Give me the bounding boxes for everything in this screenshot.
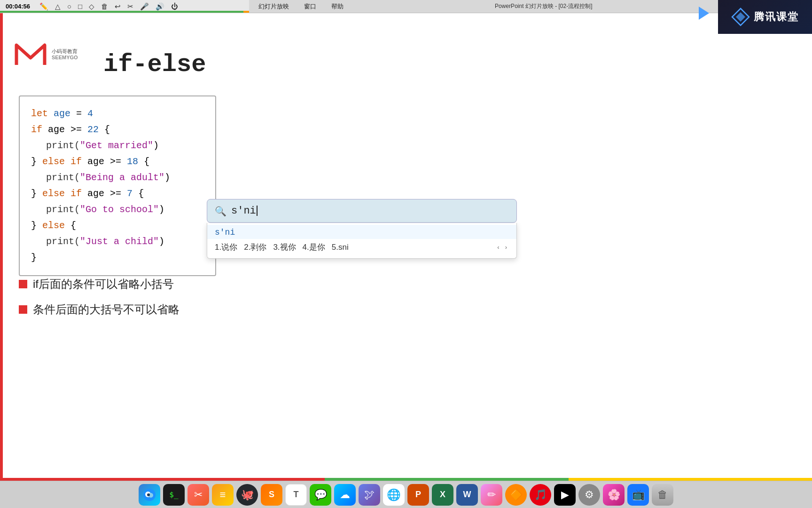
square-icon[interactable]: □ xyxy=(78,2,82,10)
menu-window[interactable]: 窗口 xyxy=(300,0,320,13)
func-print4: print( xyxy=(46,236,80,247)
num-22: 22 xyxy=(87,124,99,135)
dock-github-app[interactable]: 🐙 xyxy=(236,484,258,506)
logo-small-text: 小码哥教育 xyxy=(52,48,78,55)
str-child: "Just a child" xyxy=(80,236,159,247)
power-icon[interactable]: ⏻ xyxy=(171,2,178,10)
dock-tencent-class[interactable]: 📺 xyxy=(627,484,649,506)
code-line-2: if age >= 22 { xyxy=(31,122,204,138)
text-cursor xyxy=(257,206,258,216)
search-box[interactable]: 🔍 s'ni xyxy=(207,199,517,223)
code-block: let age = 4 if age >= 22 { print("Get ma… xyxy=(19,95,216,276)
slide-logo: 小码哥教育 SEEMYGO xyxy=(14,41,78,67)
ime-dropdown: s'ni 1.说你 2.剥你 3.视你 4.是你 5.sni ‹ › xyxy=(207,223,517,259)
dock-excel[interactable]: X xyxy=(432,484,453,506)
dock-scissors-app[interactable]: ✂ xyxy=(187,484,209,506)
bullet-text-1: if后面的条件可以省略小括号 xyxy=(33,277,174,292)
dock-wechat[interactable]: 💬 xyxy=(310,484,331,506)
str-school: "Go to school" xyxy=(80,204,159,215)
dock-pink-app[interactable]: 🌸 xyxy=(603,484,625,506)
ime-input-line: s'ni xyxy=(207,225,516,239)
dock-system-preferences[interactable]: ⚙ xyxy=(578,484,600,506)
diamond-icon[interactable]: ◇ xyxy=(89,2,94,11)
num-4: 4 xyxy=(87,108,93,119)
brace-open4: { xyxy=(70,220,76,231)
bullet-square-2 xyxy=(19,305,27,314)
pencil-icon[interactable]: ✏️ xyxy=(39,2,48,11)
play-triangle-icon xyxy=(699,7,709,20)
dock-iina[interactable]: ▶ xyxy=(554,484,576,506)
tencent-play-button[interactable] xyxy=(695,4,713,23)
undo-icon[interactable]: ↩ xyxy=(115,2,121,11)
dock-terminal[interactable]: $_ xyxy=(163,484,185,506)
logo-english-text: SEEMYGO xyxy=(52,55,78,60)
menu-help[interactable]: 帮助 xyxy=(328,0,347,13)
code-line-4: } else if age >= 18 { xyxy=(31,154,204,170)
func-print1: print( xyxy=(46,140,80,151)
str-married: "Get married" xyxy=(80,140,153,151)
paren2: ) xyxy=(164,172,170,183)
mic-icon[interactable]: 🎤 xyxy=(140,2,149,11)
ime-candidates[interactable]: 1.说你 2.剥你 3.视你 4.是你 5.sni ‹ › xyxy=(207,239,516,256)
kw-if2: if xyxy=(70,156,82,167)
ime-prev-btn[interactable]: ‹ xyxy=(495,243,501,252)
timer-display: 00:04:56 xyxy=(0,3,36,10)
dock-chrome[interactable]: 🌐 xyxy=(383,484,405,506)
delete-icon[interactable]: 🗑 xyxy=(101,2,108,10)
space1: age >= xyxy=(48,124,87,135)
dock-baidu-cloud[interactable]: ☁ xyxy=(334,484,356,506)
kw-if1: if xyxy=(31,124,42,135)
dock-vlc[interactable]: 🔶 xyxy=(505,484,527,506)
triangle-icon[interactable]: △ xyxy=(55,2,61,11)
brace-close1: } xyxy=(31,156,42,167)
code-line-10: } xyxy=(31,250,204,266)
var-age: age xyxy=(54,108,76,119)
dock-netease-music[interactable]: 🎵 xyxy=(530,484,551,506)
scissors-icon[interactable]: ✂ xyxy=(127,2,133,11)
brace-close4: } xyxy=(31,252,37,263)
bullet-square-1 xyxy=(19,280,27,288)
dock-stack-app[interactable]: ≡ xyxy=(212,484,234,506)
dock-finder[interactable] xyxy=(139,484,160,506)
menu-slideshow[interactable]: 幻灯片放映 xyxy=(255,0,293,13)
ime-candidate-2[interactable]: 2.剥你 xyxy=(244,242,266,253)
paren1: ) xyxy=(153,140,159,151)
ime-candidate-4[interactable]: 4.是你 xyxy=(303,242,325,253)
paren3: ) xyxy=(159,204,164,215)
slide-area: 小码哥教育 SEEMYGO if-else let age = 4 if age… xyxy=(0,13,812,481)
logo-text-block: 小码哥教育 SEEMYGO xyxy=(52,48,78,60)
dock: $_ ✂ ≡ 🐙 S T 💬 ☁ 🕊 🌐 P X W ✏ 🔶 🎵 ▶ ⚙ 🌸 📺… xyxy=(0,481,812,508)
code-line-5: print("Being a adult") xyxy=(46,170,204,186)
dock-typora[interactable]: T xyxy=(285,484,307,506)
tencent-brand-text: 腾讯课堂 xyxy=(754,10,799,24)
circle-icon[interactable]: ○ xyxy=(67,2,71,10)
code-line-3: print("Get married") xyxy=(46,138,204,154)
dock-sublime-text[interactable]: S xyxy=(261,484,282,506)
ime-next-btn[interactable]: › xyxy=(503,243,509,252)
ime-candidate-5[interactable]: 5.sni xyxy=(332,243,349,252)
tencent-logo-area: 腾讯课堂 xyxy=(718,0,812,34)
space5: age >= xyxy=(87,188,127,199)
logo-m-icon xyxy=(14,41,47,67)
dock-trash[interactable]: 🗑 xyxy=(652,484,673,506)
func-print3: print( xyxy=(46,204,80,215)
dock-word[interactable]: W xyxy=(456,484,478,506)
dock-pen-app[interactable]: ✏ xyxy=(481,484,502,506)
num-18: 18 xyxy=(127,156,138,167)
bullet-text-2: 条件后面的大括号不可以省略 xyxy=(33,302,180,317)
bullet-item-1: if后面的条件可以省略小括号 xyxy=(19,277,180,292)
dock-powerpoint[interactable]: P xyxy=(407,484,429,506)
tencent-brand: 腾讯课堂 xyxy=(731,8,799,26)
search-input[interactable]: s'ni xyxy=(231,205,509,217)
brace-open3: { xyxy=(138,188,144,199)
bullet-points: if后面的条件可以省略小括号 条件后面的大括号不可以省略 xyxy=(19,277,180,327)
slide-title: if-else xyxy=(103,51,206,79)
dock-pigeon[interactable]: 🕊 xyxy=(359,484,380,506)
kw-else2: else xyxy=(42,188,65,199)
speaker-icon[interactable]: 🔊 xyxy=(156,2,164,11)
brace-close3: } xyxy=(31,220,42,231)
ime-candidate-3[interactable]: 3.视你 xyxy=(273,242,296,253)
paren4: ) xyxy=(159,236,164,247)
brace-open1: { xyxy=(104,124,110,135)
ime-candidate-1[interactable]: 1.说你 xyxy=(215,242,237,253)
